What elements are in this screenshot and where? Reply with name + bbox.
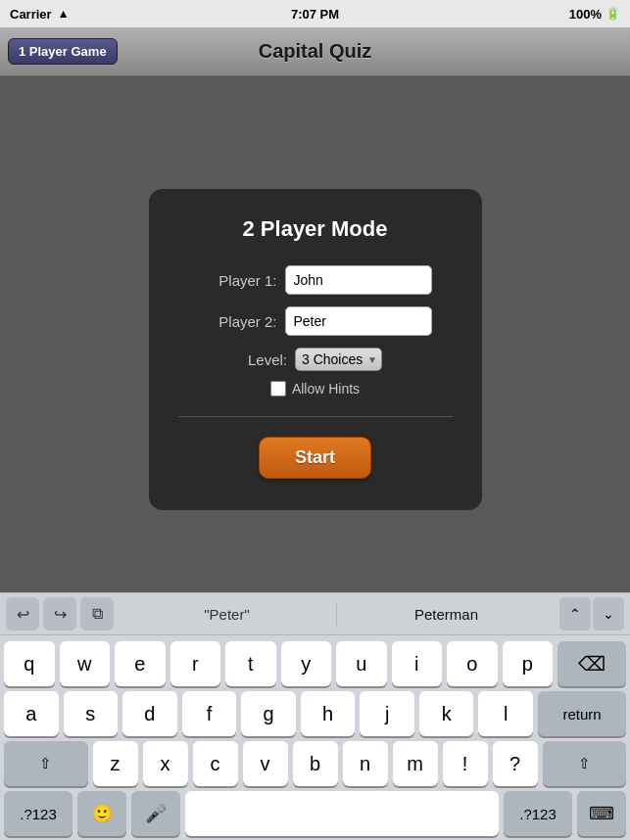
num-key-right[interactable]: .?123 xyxy=(504,791,572,836)
battery-label: 100% xyxy=(569,7,602,22)
card-title: 2 Player Mode xyxy=(243,216,388,242)
player2-row: Player 2: xyxy=(178,306,453,336)
key-n[interactable]: n xyxy=(343,741,388,786)
clipboard-button[interactable]: ⧉ xyxy=(80,597,114,630)
undo-button[interactable]: ↩ xyxy=(6,597,39,630)
key-m[interactable]: m xyxy=(393,741,438,786)
keyboard-rows: q w e r t y u i o p ⌫ a s d f g h j k l … xyxy=(0,635,630,840)
key-x[interactable]: x xyxy=(143,741,188,786)
key-j[interactable]: j xyxy=(360,691,414,736)
key-row-3: ⇧ z x c v b n m ! ? ⇧ xyxy=(4,741,626,786)
key-e[interactable]: e xyxy=(115,641,166,686)
num-key-left[interactable]: .?123 xyxy=(4,791,73,836)
carrier-label: Carrier xyxy=(10,7,52,22)
level-label: Level: xyxy=(248,351,287,368)
emoji-key[interactable]: 🙂 xyxy=(77,791,126,836)
time-label: 7:07 PM xyxy=(291,7,339,22)
key-row-1: q w e r t y u i o p ⌫ xyxy=(4,641,626,686)
allow-hints-label: Allow Hints xyxy=(292,381,360,397)
card: 2 Player Mode Player 1: Player 2: Level:… xyxy=(149,189,482,510)
arrow-down-button[interactable]: ⌄ xyxy=(593,597,624,630)
key-k[interactable]: k xyxy=(419,691,474,736)
space-bar[interactable] xyxy=(185,791,499,836)
key-row-4: .?123 🙂 🎤 .?123 ⌨ xyxy=(4,791,626,836)
shift-key-right[interactable]: ⇧ xyxy=(543,741,627,786)
hints-row: Allow Hints xyxy=(270,381,360,397)
key-a[interactable]: a xyxy=(4,691,59,736)
key-o[interactable]: o xyxy=(447,641,498,686)
player1-label: Player 1: xyxy=(199,272,277,289)
key-h[interactable]: h xyxy=(301,691,356,736)
player1-input[interactable] xyxy=(285,265,432,295)
level-row: Level: 2 Choices 3 Choices 4 Choices 5 C… xyxy=(178,348,453,371)
wifi-icon: ▲ xyxy=(58,7,70,21)
key-r[interactable]: r xyxy=(170,641,221,686)
divider xyxy=(178,416,453,417)
return-key[interactable]: return xyxy=(538,691,626,736)
key-exclaim[interactable]: ! xyxy=(443,741,488,786)
suggestions-bar: ↩ ↪ ⧉ "Peter" Peterman ⌃ ⌄ xyxy=(0,592,630,635)
status-bar: Carrier ▲ 7:07 PM 100% 🔋 xyxy=(0,0,630,27)
key-v[interactable]: v xyxy=(243,741,288,786)
key-t[interactable]: t xyxy=(225,641,276,686)
allow-hints-checkbox[interactable] xyxy=(270,381,286,397)
key-c[interactable]: c xyxy=(193,741,238,786)
keyboard-area: ↩ ↪ ⧉ "Peter" Peterman ⌃ ⌄ q w e r t y u… xyxy=(0,592,630,840)
arrow-up-button[interactable]: ⌃ xyxy=(559,597,591,630)
key-g[interactable]: g xyxy=(241,691,296,736)
key-question[interactable]: ? xyxy=(493,741,538,786)
key-u[interactable]: u xyxy=(336,641,387,686)
suggestion-1[interactable]: "Peter" xyxy=(118,602,337,627)
key-q[interactable]: q xyxy=(4,641,55,686)
start-button[interactable]: Start xyxy=(259,437,371,479)
redo-button[interactable]: ↪ xyxy=(43,597,76,630)
key-row-2: a s d f g h j k l return xyxy=(4,691,626,736)
player2-label: Player 2: xyxy=(199,313,277,330)
key-b[interactable]: b xyxy=(293,741,338,786)
key-f[interactable]: f xyxy=(182,691,237,736)
back-button[interactable]: 1 Player Game xyxy=(8,38,118,65)
page-title: Capital Quiz xyxy=(259,40,372,63)
battery-icon: 🔋 xyxy=(606,7,620,21)
suggestions-list: "Peter" Peterman xyxy=(118,602,556,627)
nav-bar: 1 Player Game Capital Quiz xyxy=(0,27,630,76)
player2-input[interactable] xyxy=(285,306,432,336)
level-select[interactable]: 2 Choices 3 Choices 4 Choices 5 Choices xyxy=(295,348,382,371)
globe-key[interactable]: ⌨ xyxy=(577,791,626,836)
level-select-wrapper: 2 Choices 3 Choices 4 Choices 5 Choices xyxy=(295,348,382,371)
main-content: 2 Player Mode Player 1: Player 2: Level:… xyxy=(0,76,630,623)
key-d[interactable]: d xyxy=(122,691,177,736)
arrow-buttons: ⌃ ⌄ xyxy=(559,597,624,630)
player1-row: Player 1: xyxy=(178,265,453,295)
key-p[interactable]: p xyxy=(503,641,554,686)
backspace-key[interactable]: ⌫ xyxy=(557,641,626,686)
key-y[interactable]: y xyxy=(281,641,332,686)
suggestion-actions: ↩ ↪ ⧉ xyxy=(6,597,114,630)
mic-key[interactable]: 🎤 xyxy=(131,791,180,836)
key-z[interactable]: z xyxy=(93,741,138,786)
shift-key[interactable]: ⇧ xyxy=(4,741,88,786)
suggestion-2[interactable]: Peterman xyxy=(337,602,556,627)
key-s[interactable]: s xyxy=(64,691,119,736)
key-w[interactable]: w xyxy=(60,641,111,686)
key-i[interactable]: i xyxy=(392,641,443,686)
key-l[interactable]: l xyxy=(478,691,533,736)
